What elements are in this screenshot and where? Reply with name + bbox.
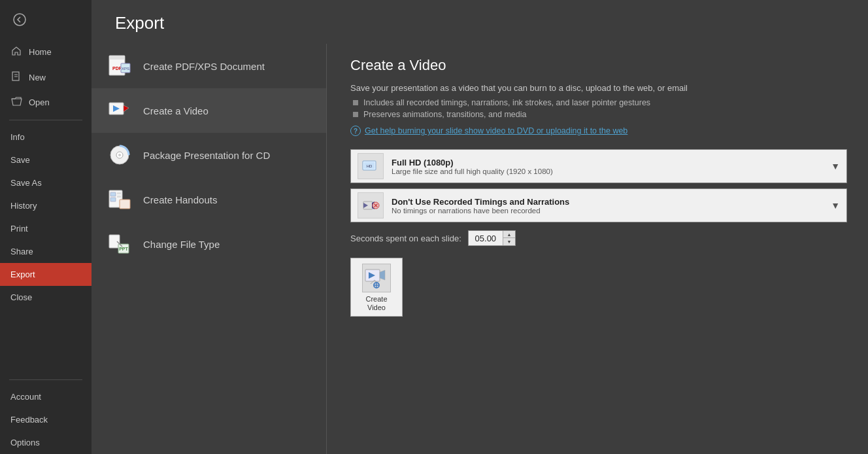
sidebar-item-history-label: History (10, 201, 37, 211)
seconds-input[interactable] (469, 234, 503, 243)
sidebar-item-export-label: Export (10, 270, 35, 279)
option-create-pdf-label: Create PDF/XPS Document (143, 61, 265, 72)
page-title: Export (92, 0, 868, 44)
sidebar-item-export[interactable]: Export (0, 263, 92, 286)
sidebar-item-close[interactable]: Close (0, 286, 92, 309)
svg-marker-11 (124, 105, 129, 112)
sidebar-item-open[interactable]: Open (0, 90, 92, 114)
bullet-text-2: Preserves animations, transitions, and m… (363, 110, 526, 119)
sidebar-item-save-label: Save (10, 155, 30, 165)
sidebar-item-print[interactable]: Print (0, 217, 92, 240)
svg-rect-5 (109, 56, 125, 60)
timing-dropdown[interactable]: Don't Use Recorded Timings and Narration… (350, 188, 847, 222)
svg-rect-17 (110, 198, 116, 201)
home-icon (10, 46, 22, 58)
sidebar-item-history[interactable]: History (0, 194, 92, 217)
sidebar-item-close-label: Close (10, 292, 32, 302)
sidebar-item-save[interactable]: Save (0, 148, 92, 171)
quality-dropdown-main: Full HD (1080p) (392, 158, 831, 167)
bullet-list: Includes all recorded timings, narration… (353, 98, 847, 119)
spinner-down[interactable]: ▼ (503, 238, 515, 245)
timing-dropdown-arrow: ▼ (831, 200, 840, 211)
option-package-cd-label: Package Presentation for CD (143, 150, 270, 161)
sidebar-item-print-label: Print (10, 224, 28, 234)
sidebar-item-share-label: Share (10, 247, 33, 256)
video-icon (107, 97, 133, 124)
spinner-up[interactable]: ▲ (503, 231, 515, 238)
create-video-button[interactable]: CreateVideo (350, 258, 403, 317)
svg-point-0 (14, 14, 25, 26)
help-link[interactable]: ? Get help burning your slide show video… (350, 126, 847, 136)
bullet-square-2 (353, 112, 358, 117)
main-content: Export PDF XPS Create PDF/XPS Document (92, 0, 868, 454)
pdf-icon: PDF XPS (107, 53, 133, 79)
option-change-file-type-label: Change File Type (143, 239, 220, 250)
seconds-input-group: ▲ ▼ (468, 230, 516, 246)
sidebar-item-options-label: Options (10, 438, 40, 447)
back-button[interactable] (7, 7, 33, 33)
create-video-button-label: CreateVideo (365, 295, 387, 312)
seconds-spinner: ▲ ▼ (503, 231, 515, 245)
quality-dropdown-arrow: ▼ (831, 161, 840, 171)
quality-dropdown-icon: HD (358, 153, 384, 179)
handouts-icon (107, 186, 133, 213)
file-type-icon: PPT (107, 231, 133, 257)
quality-dropdown-container: HD Full HD (1080p) Large file size and f… (350, 149, 847, 183)
quality-dropdown-text: Full HD (1080p) Large file size and full… (392, 158, 831, 175)
detail-panel: Create a Video Save your presentation as… (327, 44, 868, 454)
svg-text:PPT: PPT (119, 247, 128, 251)
sidebar-item-save-as-label: Save As (10, 178, 42, 188)
option-package-cd[interactable]: Package Presentation for CD (92, 133, 326, 177)
sidebar-item-feedback-label: Feedback (10, 415, 48, 425)
option-create-handouts[interactable]: Create Handouts (92, 177, 326, 222)
help-icon: ? (350, 126, 361, 136)
bullet-square-1 (353, 100, 358, 105)
detail-title: Create a Video (350, 57, 847, 74)
svg-rect-16 (110, 192, 116, 196)
svg-text:HD: HD (367, 164, 373, 168)
sidebar-item-options[interactable]: Options (0, 431, 92, 454)
timing-dropdown-sub: No timings or narrations have been recor… (392, 207, 831, 215)
svg-rect-20 (120, 200, 130, 209)
divider-top (9, 120, 82, 120)
new-icon (10, 71, 22, 84)
sidebar-item-home-label: Home (29, 47, 52, 57)
sidebar-item-new-label: New (29, 73, 46, 82)
create-video-button-icon (362, 264, 391, 292)
option-create-video-label: Create a Video (143, 105, 209, 116)
timing-dropdown-icon (358, 192, 384, 218)
sidebar-item-feedback[interactable]: Feedback (0, 408, 92, 431)
options-panel: PDF XPS Create PDF/XPS Document Create (92, 44, 327, 454)
sidebar-item-open-label: Open (29, 97, 50, 107)
open-icon (10, 97, 22, 108)
timing-dropdown-main: Don't Use Recorded Timings and Narration… (392, 197, 831, 207)
quality-dropdown[interactable]: HD Full HD (1080p) Large file size and f… (350, 149, 847, 183)
sidebar-item-info[interactable]: Info (0, 126, 92, 148)
svg-point-14 (118, 154, 121, 156)
sidebar-item-account[interactable]: Account (0, 385, 92, 408)
seconds-label: Seconds spent on each slide: (350, 234, 461, 243)
option-create-video[interactable]: Create a Video (92, 88, 326, 133)
svg-rect-19 (117, 196, 121, 198)
bullet-item-2: Preserves animations, transitions, and m… (353, 110, 847, 119)
sidebar-item-new[interactable]: New (0, 65, 92, 90)
content-area: PDF XPS Create PDF/XPS Document Create (92, 44, 868, 454)
sidebar-item-home[interactable]: Home (0, 39, 92, 65)
svg-text:XPS: XPS (122, 67, 129, 71)
detail-description: Save your presentation as a video that y… (350, 83, 847, 93)
sidebar: Home New Open Info Save Save As History (0, 0, 92, 454)
quality-dropdown-sub: Large file size and full high quality (1… (392, 167, 831, 175)
sidebar-item-save-as[interactable]: Save As (0, 171, 92, 194)
timing-dropdown-container: Don't Use Recorded Timings and Narration… (350, 188, 847, 222)
sidebar-item-info-label: Info (10, 132, 25, 142)
option-create-handouts-label: Create Handouts (143, 194, 217, 205)
option-change-file-type[interactable]: PPT Change File Type (92, 222, 326, 266)
sidebar-item-account-label: Account (10, 392, 41, 402)
bullet-item-1: Includes all recorded timings, narration… (353, 98, 847, 107)
help-link-text[interactable]: Get help burning your slide show video t… (365, 126, 627, 135)
svg-rect-18 (117, 192, 121, 194)
option-create-pdf[interactable]: PDF XPS Create PDF/XPS Document (92, 44, 326, 88)
sidebar-item-share[interactable]: Share (0, 240, 92, 263)
sidebar-bottom: Account Feedback Options (0, 374, 92, 454)
timing-dropdown-text: Don't Use Recorded Timings and Narration… (392, 197, 831, 215)
